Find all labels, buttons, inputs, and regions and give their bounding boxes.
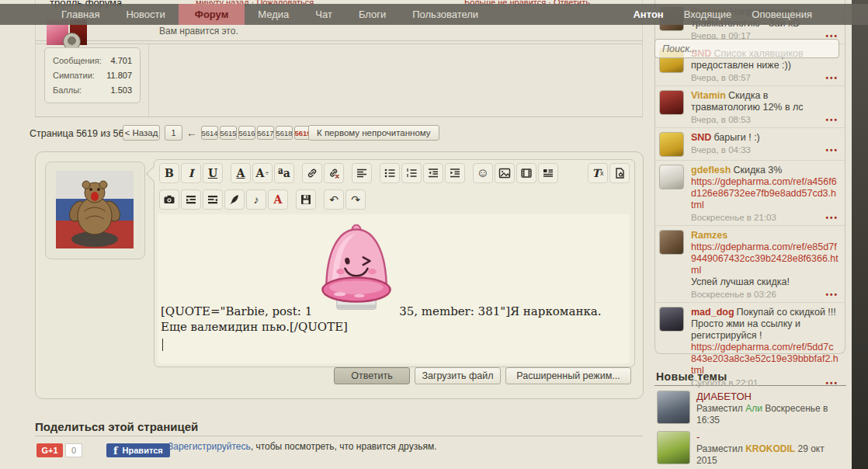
- topic-author[interactable]: KROKODIL: [745, 443, 795, 454]
- spam-link[interactable]: https://gdepharma.com/ref/e85d7f94490674…: [691, 241, 838, 276]
- outdent-icon[interactable]: [423, 163, 443, 183]
- username[interactable]: mad_dog: [691, 307, 734, 318]
- timestamp: Суббота в 22:01: [691, 378, 758, 387]
- post-separator: [35, 40, 643, 44]
- image-icon[interactable]: [495, 163, 515, 183]
- register-note: Зарегистрируйтесь, чтобы посмотреть, что…: [168, 440, 447, 453]
- inline-spoiler-icon[interactable]: [203, 189, 223, 210]
- quote-icon[interactable]: [538, 163, 558, 183]
- camera-icon[interactable]: [159, 189, 179, 210]
- reply-textarea[interactable]: [QUOTE="Barbie, post: 1 35, member: 381"…: [158, 214, 630, 363]
- spam-link[interactable]: https://gdepharma.com/ref/5dd7c843e203a8…: [691, 342, 838, 376]
- unordered-list-icon[interactable]: [380, 163, 400, 183]
- italic-icon[interactable]: I: [181, 163, 201, 183]
- post-bottom-border: [35, 116, 643, 117]
- spoiler-icon[interactable]: [181, 189, 201, 210]
- align-icon[interactable]: [352, 163, 372, 183]
- google-plus-button[interactable]: G+1: [36, 443, 63, 457]
- bbcode-editor-icon[interactable]: [609, 163, 630, 183]
- text-cursor: [162, 339, 163, 351]
- alerts-menu[interactable]: Оповещения: [752, 9, 812, 20]
- new-topics-list: ДИАБЕТОН Разместил Али Воскресенье в 16:…: [654, 391, 846, 469]
- nav-item-media[interactable]: Медиа: [245, 4, 302, 25]
- smilies-icon[interactable]: ☺: [473, 163, 493, 183]
- font-style-icon[interactable]: A: [268, 189, 288, 210]
- reply-button[interactable]: Ответить: [334, 367, 410, 384]
- username[interactable]: Vitamin: [691, 90, 726, 101]
- upload-file-button[interactable]: Загрузить файл: [415, 367, 501, 384]
- page-button[interactable]: 5617: [257, 126, 274, 140]
- options-dots-icon[interactable]: •••: [825, 146, 838, 155]
- remove-formatting-icon[interactable]: Tx: [588, 163, 608, 183]
- nav-item-home[interactable]: Главная: [48, 4, 113, 25]
- editor-toolbar-row1: B I U A A÷ ªa ☺: [159, 163, 630, 183]
- bold-icon[interactable]: B: [159, 163, 179, 183]
- save-draft-icon[interactable]: [296, 189, 316, 210]
- username[interactable]: gdeflesh: [691, 165, 731, 175]
- main-nav-bar: Главная Новости Форум Медиа Чат Блоги По…: [0, 4, 868, 25]
- timestamp: Вчера, в 08:57: [691, 73, 751, 82]
- account-menu[interactable]: Антон: [633, 9, 663, 20]
- register-link[interactable]: Зарегистрируйтесь: [168, 441, 251, 452]
- ordered-list-icon[interactable]: [401, 163, 422, 183]
- inbox-menu[interactable]: Входящие: [684, 9, 732, 20]
- reply-avatar-box: [45, 162, 145, 259]
- options-dots-icon[interactable]: •••: [825, 74, 838, 82]
- notification-item[interactable]: VitaminСкидка в травматологию 12% в лс В…: [655, 86, 845, 128]
- search-input[interactable]: [655, 43, 819, 55]
- page-1-button[interactable]: 1: [165, 125, 182, 141]
- unlink-icon[interactable]: [324, 163, 344, 183]
- forum-page: тролль форума минуту назад · Пожаловатьс…: [0, 0, 868, 469]
- first-unread-button[interactable]: К первому непрочитанному: [308, 125, 439, 141]
- topic-item[interactable]: ДИАБЕТОН Разместил Али Воскресенье в 16:…: [654, 391, 846, 426]
- avatar-column-divider: [148, 43, 149, 116]
- nav-item-chat[interactable]: Чат: [302, 4, 345, 25]
- link-icon[interactable]: [302, 163, 322, 183]
- avatar: [659, 307, 684, 332]
- redo-icon[interactable]: ↷: [345, 189, 366, 210]
- media-icon[interactable]: [516, 163, 536, 183]
- text-case-icon[interactable]: ªa: [274, 163, 294, 183]
- font-size-icon[interactable]: A÷: [252, 163, 273, 183]
- page-button[interactable]: 5615: [220, 126, 237, 140]
- page-button[interactable]: 5614: [201, 126, 218, 140]
- username[interactable]: Ramzes: [691, 230, 727, 241]
- spam-link[interactable]: https://gdepharma.com/ref/a456f6d126e867…: [691, 176, 837, 210]
- notification-item[interactable]: SNDбарыги ! :) Вчера, в 04:33•••: [655, 128, 845, 161]
- page-button[interactable]: 5616: [238, 126, 255, 140]
- topic-title[interactable]: ДИАБЕТОН: [696, 391, 846, 403]
- prev-page-button[interactable]: < Назад: [123, 125, 160, 141]
- nav-item-forum[interactable]: Форум: [179, 4, 245, 25]
- audio-icon[interactable]: ♪: [246, 189, 266, 210]
- undo-icon[interactable]: ↶: [324, 189, 344, 210]
- notification-item[interactable]: mad_dogПокупай со скидкой !!! Просто жми…: [655, 303, 845, 391]
- notification-item[interactable]: gdefleshСкидка 3% https://gdepharma.com/…: [655, 161, 845, 226]
- topic-item[interactable]: - Разместил KROKODIL 29 окт 2015: [654, 431, 846, 467]
- editor-panel: B I U A A÷ ªa ☺: [154, 159, 635, 367]
- search-box[interactable]: [654, 39, 839, 58]
- nav-item-users[interactable]: Пользователи: [399, 4, 491, 25]
- topic-title[interactable]: -: [696, 431, 846, 443]
- notification-item[interactable]: Ramzes https://gdepharma.com/ref/e85d7f9…: [655, 226, 845, 303]
- facebook-like-button[interactable]: f Нравится: [106, 443, 170, 457]
- advanced-mode-button[interactable]: Расширенный режим...: [505, 367, 631, 384]
- page-indicator: Страница 5619 из 5619: [30, 128, 134, 139]
- like-status-text: Вам нравится это.: [159, 26, 238, 36]
- avatar: [659, 165, 684, 189]
- indent-icon[interactable]: [445, 163, 465, 183]
- topic-author[interactable]: Али: [745, 403, 762, 414]
- nav-item-news[interactable]: Новости: [113, 4, 178, 25]
- stat-row: Сообщения:4.701: [53, 54, 132, 68]
- quote-text-part1: [QUOTE="Barbie, post: 1: [161, 304, 312, 318]
- nav-item-blogs[interactable]: Блоги: [345, 4, 399, 25]
- options-dots-icon[interactable]: •••: [825, 290, 838, 299]
- options-dots-icon[interactable]: •••: [825, 379, 838, 387]
- underline-icon[interactable]: U: [203, 163, 223, 183]
- page-button[interactable]: 5618: [276, 126, 293, 140]
- options-dots-icon[interactable]: •••: [825, 116, 838, 124]
- options-dots-icon[interactable]: •••: [825, 214, 838, 222]
- draw-icon[interactable]: [224, 189, 245, 210]
- username[interactable]: SND: [691, 132, 711, 143]
- font-color-icon[interactable]: A: [231, 163, 251, 183]
- timestamp: Вчера, в 08:53: [691, 115, 751, 124]
